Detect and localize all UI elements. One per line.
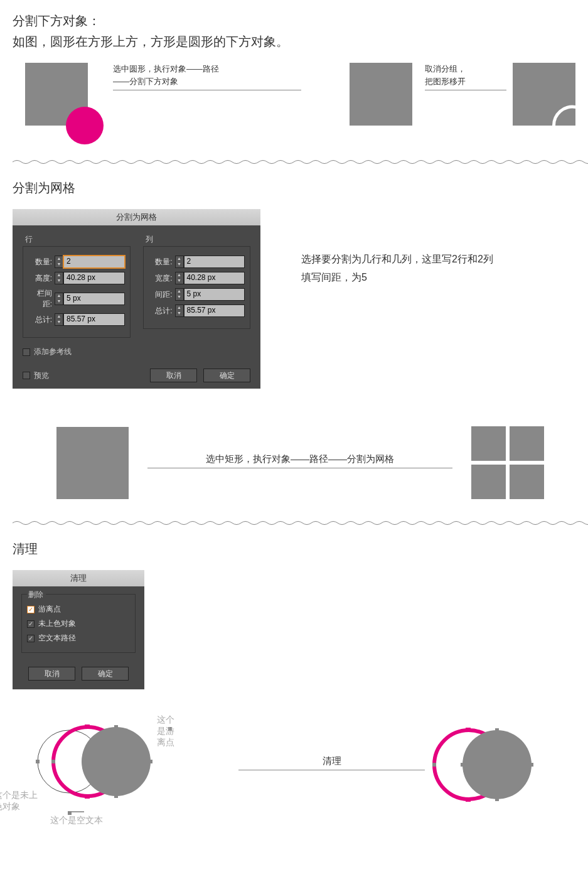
stray-points-checkbox[interactable] [27, 606, 35, 613]
add-guides-checkbox[interactable] [23, 348, 30, 356]
stepper[interactable]: ▲▼ [175, 272, 184, 284]
add-guides-label: 添加参考线 [34, 347, 72, 357]
cleanup-arrow-label: 清理 [238, 755, 425, 767]
row-count-input[interactable]: 2 [63, 256, 125, 268]
unfilled-checkbox[interactable] [27, 620, 35, 628]
caption-left: 选中圆形，执行对象——路径——分割下方对象 [113, 63, 226, 87]
col-width-label: 宽度: [149, 273, 175, 284]
cleanup-cancel-button[interactable]: 取消 [28, 667, 75, 681]
section1-title: 分割下方对象： [13, 13, 575, 30]
divider-line [113, 90, 301, 90]
section1-illustration-row: 选中圆形，执行对象——路径——分割下方对象 取消分组， 把图形移开 [25, 63, 575, 144]
svg-rect-4 [85, 725, 90, 728]
annot-unfilled: 这个是未上色对象 [0, 790, 38, 812]
ok-button[interactable]: 确定 [203, 369, 250, 382]
stray-points-label: 游离点 [38, 604, 61, 615]
col-total-input[interactable]: 85.57 px [184, 304, 245, 317]
stepper[interactable]: ▲▼ [55, 313, 63, 326]
stepper[interactable]: ▲▼ [175, 288, 184, 301]
split-grid-dialog: 分割为网格 行 数量: ▲▼ 2 高度: ▲▼ 40.28 px [13, 209, 260, 389]
preview-checkbox[interactable] [23, 372, 30, 379]
shape-square-circle-overlap [25, 63, 107, 144]
cleanup-dialog: 清理 删除 游离点 未上色对象 空文本路径 取消 确定 [13, 570, 144, 689]
annot-emptytext: 这个是空文本 [50, 815, 103, 826]
row-total-input[interactable]: 85.57 px [63, 313, 125, 326]
section3-illustration-row: 这个是游离点 这个是未上色对象 这个是空文本 清理 [13, 714, 575, 815]
shape-square-plain [350, 63, 412, 126]
section2-illustration-row: 选中矩形，执行对象——路径——分割为网格 [56, 426, 575, 499]
svg-rect-9 [466, 798, 471, 802]
row-height-label: 高度: [28, 273, 55, 284]
col-group-label: 列 [143, 234, 251, 245]
col-count-label: 数量: [149, 257, 175, 267]
section1-subtitle: 如图，圆形在方形上方，方形是圆形的下方对象。 [13, 33, 575, 50]
unfilled-label: 未上色对象 [38, 618, 76, 629]
stepper[interactable]: ▲▼ [175, 304, 184, 317]
shape-square-cut [513, 63, 575, 127]
empty-text-checkbox[interactable] [27, 635, 35, 642]
wavy-divider-2 [13, 520, 588, 526]
stepper[interactable]: ▲▼ [55, 256, 63, 268]
stepper[interactable]: ▲▼ [55, 272, 63, 284]
divider-line-4 [238, 770, 425, 770]
svg-rect-8 [466, 728, 471, 731]
section2-title: 分割为网格 [13, 180, 575, 197]
after-cleanup-illustration [425, 721, 550, 809]
divider-line-3 [147, 468, 452, 468]
col-width-input[interactable]: 40.28 px [184, 272, 245, 284]
col-count-input[interactable]: 2 [184, 256, 245, 268]
row-height-input[interactable]: 40.28 px [63, 272, 125, 284]
divider-line-2 [425, 90, 506, 90]
section3-title: 清理 [13, 541, 575, 558]
annot-stray: 这个是游离点 [157, 714, 176, 748]
row-gutter-input[interactable]: 5 px [63, 293, 125, 305]
svg-rect-5 [85, 795, 90, 799]
col-total-label: 总计: [149, 306, 175, 316]
cleanup-dialog-title: 清理 [13, 570, 144, 586]
section2-caption: 选中矩形，执行对象——路径——分割为网格 [147, 453, 452, 465]
cleanup-ok-button[interactable]: 确定 [82, 667, 129, 681]
row-gutter-label: 栏间距: [28, 288, 55, 310]
empty-text-label: 空文本路径 [38, 633, 76, 644]
delete-group-label: 删除 [27, 590, 46, 600]
grey-square-2 [56, 427, 129, 499]
stepper[interactable]: ▲▼ [175, 256, 184, 268]
caption-right: 取消分组， 把图形移开 [425, 63, 494, 87]
svg-point-3 [82, 727, 151, 796]
svg-point-7 [462, 730, 532, 799]
result-grid [471, 426, 544, 499]
section2-sidenote: 选择要分割为几行和几列，这里写2行和2列 填写间距，为5 [301, 251, 493, 287]
row-total-label: 总计: [28, 315, 55, 325]
row-count-label: 数量: [28, 257, 55, 267]
row-group-label: 行 [23, 234, 131, 245]
wavy-divider [13, 159, 588, 165]
cancel-button[interactable]: 取消 [150, 369, 197, 382]
magenta-circle [66, 107, 104, 144]
col-gap-label: 间距: [149, 289, 175, 300]
stepper[interactable]: ▲▼ [55, 293, 63, 305]
dialog-title: 分割为网格 [13, 209, 260, 225]
preview-label: 预览 [34, 370, 49, 381]
col-gap-input[interactable]: 5 px [184, 288, 245, 301]
